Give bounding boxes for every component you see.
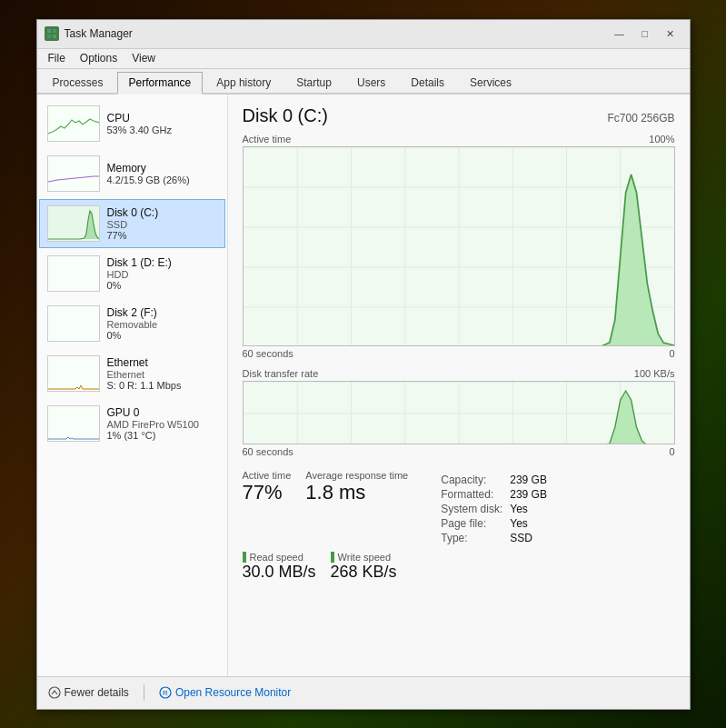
menu-options[interactable]: Options xyxy=(73,50,124,66)
disk0-info: Disk 0 (C:) SSD 77% xyxy=(107,206,217,241)
avg-response-stat: Average response time 1.8 ms xyxy=(305,470,408,544)
chart1-bottom: 60 seconds 0 xyxy=(243,348,675,359)
footer-divider xyxy=(144,684,144,701)
menu-file[interactable]: File xyxy=(41,50,73,66)
disk2-val: 0% xyxy=(107,330,217,341)
tab-app-history[interactable]: App history xyxy=(204,72,283,93)
fewer-details-button[interactable]: Fewer details xyxy=(48,686,129,699)
page-file-label: Page file: xyxy=(441,517,502,530)
sidebar-item-memory[interactable]: Memory 4.2/15.9 GB (26%) xyxy=(39,149,225,198)
write-speed-block: Write speed 268 KB/s xyxy=(331,552,397,582)
active-time-value: 77% xyxy=(243,481,292,504)
memory-thumbnail xyxy=(47,155,100,192)
task-manager-window: Task Manager — □ ✕ File Options View Pro… xyxy=(36,19,691,710)
disk-header: Disk 0 (C:) Fc700 256GB xyxy=(243,105,675,126)
read-speed-block: Read speed 30.0 MB/s xyxy=(243,552,316,582)
ethernet-thumbnail xyxy=(47,355,100,392)
tab-processes[interactable]: Processes xyxy=(41,72,115,93)
close-button[interactable]: ✕ xyxy=(659,25,682,43)
tab-users[interactable]: Users xyxy=(345,72,397,93)
svg-rect-8 xyxy=(48,306,99,341)
system-disk-value: Yes xyxy=(510,503,547,515)
disk0-val: 77% xyxy=(107,230,217,241)
cpu-thumbnail xyxy=(47,105,100,142)
svg-rect-0 xyxy=(47,29,51,33)
disk0-sub: SSD xyxy=(107,219,217,230)
svg-rect-5 xyxy=(48,156,99,191)
sidebar-item-disk1[interactable]: Disk 1 (D: E:) HDD 0% xyxy=(39,249,225,298)
tab-services[interactable]: Services xyxy=(458,72,523,93)
disk-title: Disk 0 (C:) xyxy=(243,105,328,126)
disk1-name: Disk 1 (D: E:) xyxy=(107,256,217,269)
svg-marker-24 xyxy=(244,175,674,346)
menu-bar: File Options View xyxy=(37,49,690,69)
gpu0-thumbnail xyxy=(47,405,100,442)
sidebar-item-gpu0[interactable]: GPU 0 AMD FirePro W5100 1% (31 °C) xyxy=(39,399,225,448)
cpu-value: 53% 3.40 GHz xyxy=(107,125,217,135)
disk2-thumbnail xyxy=(47,305,100,342)
disk0-name: Disk 0 (C:) xyxy=(107,206,217,219)
content-area: CPU 53% 3.40 GHz Memory 4.2/15.9 GB (26%… xyxy=(37,95,690,676)
ethernet-name: Ethernet xyxy=(107,356,217,369)
svg-rect-7 xyxy=(48,256,99,291)
disk0-thumbnail xyxy=(47,205,100,242)
disk2-name: Disk 2 (F:) xyxy=(107,306,217,319)
write-speed-label: Write speed xyxy=(331,552,397,563)
capacity-label: Capacity: xyxy=(441,474,502,486)
capacity-value: 239 GB xyxy=(510,474,547,486)
disk1-sub: HDD xyxy=(107,269,217,280)
main-panel: Disk 0 (C:) Fc700 256GB Active time 100% xyxy=(228,95,690,676)
svg-rect-2 xyxy=(47,35,51,38)
sidebar-item-disk2[interactable]: Disk 2 (F:) Removable 0% xyxy=(39,299,225,348)
sidebar-item-disk0[interactable]: Disk 0 (C:) SSD 77% xyxy=(39,199,225,248)
chart1-bottom-left: 60 seconds xyxy=(243,348,293,359)
active-time-stat: Active time 77% xyxy=(243,470,292,544)
gpu0-info: GPU 0 AMD FirePro W5100 1% (31 °C) xyxy=(107,406,217,441)
open-monitor-label: Open Resource Monitor xyxy=(175,686,291,699)
memory-name: Memory xyxy=(107,162,217,175)
tab-details[interactable]: Details xyxy=(399,72,456,93)
menu-view[interactable]: View xyxy=(124,50,163,66)
gpu0-val: 1% (31 °C) xyxy=(107,430,217,441)
type-value: SSD xyxy=(510,532,547,544)
svg-rect-9 xyxy=(48,356,99,391)
cpu-info: CPU 53% 3.40 GHz xyxy=(107,112,217,135)
page-file-value: Yes xyxy=(510,517,547,530)
avg-response-label: Average response time xyxy=(305,470,408,481)
chart2-label-left: Disk transfer rate xyxy=(243,368,319,379)
read-speed-value: 30.0 MB/s xyxy=(243,563,316,582)
sidebar-item-ethernet[interactable]: Ethernet Ethernet S: 0 R: 1.1 Mbps xyxy=(39,349,225,398)
window-title: Task Manager xyxy=(65,27,608,40)
ethernet-info: Ethernet Ethernet S: 0 R: 1.1 Mbps xyxy=(107,356,217,391)
system-disk-label: System disk: xyxy=(441,503,502,515)
minimize-button[interactable]: — xyxy=(608,25,632,43)
disk1-val: 0% xyxy=(107,280,217,291)
svg-text:R: R xyxy=(163,689,168,697)
active-time-chart xyxy=(243,146,675,346)
chart1-bottom-right: 0 xyxy=(669,348,674,359)
window-controls: — □ ✕ xyxy=(608,25,682,43)
open-resource-monitor-link[interactable]: R Open Resource Monitor xyxy=(159,686,291,699)
stats-section: Active time 77% Average response time 1.… xyxy=(243,470,675,544)
title-bar: Task Manager — □ ✕ xyxy=(37,20,690,49)
maximize-button[interactable]: □ xyxy=(633,25,657,43)
memory-value: 4.2/15.9 GB (26%) xyxy=(107,175,217,185)
tab-startup[interactable]: Startup xyxy=(284,72,343,93)
chart1-label-right: 100% xyxy=(649,134,674,145)
disk-model: Fc700 256GB xyxy=(607,112,674,125)
tab-bar: Processes Performance App history Startu… xyxy=(37,69,690,95)
gpu0-sub: AMD FirePro W5100 xyxy=(107,419,217,430)
chart2-bottom: 60 seconds 0 xyxy=(243,446,675,457)
fewer-details-label: Fewer details xyxy=(65,686,129,699)
transfer-rate-section: Disk transfer rate 100 KB/s xyxy=(243,368,675,461)
sidebar-item-cpu[interactable]: CPU 53% 3.40 GHz xyxy=(39,99,225,148)
tab-performance[interactable]: Performance xyxy=(117,72,204,95)
cpu-name: CPU xyxy=(107,112,217,125)
chart2-labels: Disk transfer rate 100 KB/s xyxy=(243,368,675,379)
read-speed-label: Read speed xyxy=(243,552,316,563)
disk2-sub: Removable xyxy=(107,319,217,330)
chart1-label-left: Active time xyxy=(243,134,292,145)
type-label: Type: xyxy=(441,532,502,544)
chart1-labels: Active time 100% xyxy=(243,134,675,145)
disk1-thumbnail xyxy=(47,255,100,292)
